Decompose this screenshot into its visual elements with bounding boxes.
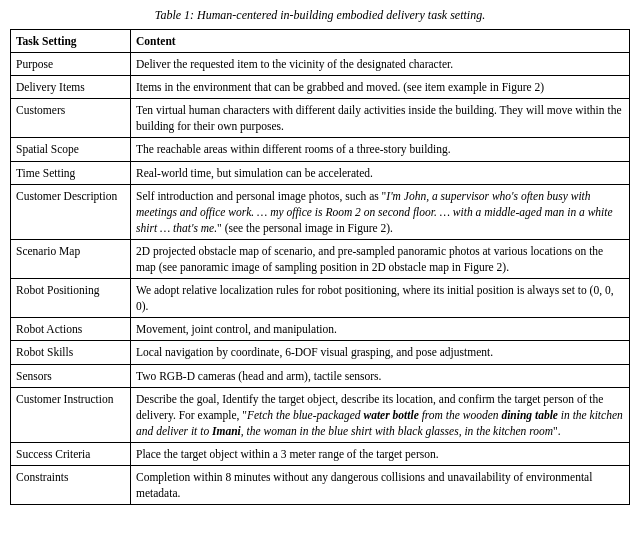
cell-setting: Delivery Items bbox=[11, 76, 131, 99]
cell-content: Items in the environment that can be gra… bbox=[131, 76, 630, 99]
table-title: Table 1: Human-centered in-building embo… bbox=[10, 8, 630, 23]
table-row: Customer InstructionDescribe the goal, I… bbox=[11, 387, 630, 442]
cell-setting: Robot Positioning bbox=[11, 279, 131, 318]
cell-setting: Success Criteria bbox=[11, 442, 131, 465]
header-task-setting: Task Setting bbox=[11, 30, 131, 53]
cell-content: Movement, joint control, and manipulatio… bbox=[131, 318, 630, 341]
table-row: ConstraintsCompletion within 8 minutes w… bbox=[11, 465, 630, 504]
cell-setting: Time Setting bbox=[11, 161, 131, 184]
cell-content: We adopt relative localization rules for… bbox=[131, 279, 630, 318]
table-row: Robot PositioningWe adopt relative local… bbox=[11, 279, 630, 318]
table-row: Time SettingReal-world time, but simulat… bbox=[11, 161, 630, 184]
cell-content: The reachable areas within different roo… bbox=[131, 138, 630, 161]
cell-setting: Sensors bbox=[11, 364, 131, 387]
cell-content: Ten virtual human characters with differ… bbox=[131, 99, 630, 138]
table-row: Customer DescriptionSelf introduction an… bbox=[11, 184, 630, 239]
cell-setting: Customer Description bbox=[11, 184, 131, 239]
table-row: PurposeDeliver the requested item to the… bbox=[11, 53, 630, 76]
cell-content: Completion within 8 minutes without any … bbox=[131, 465, 630, 504]
cell-setting: Purpose bbox=[11, 53, 131, 76]
cell-content: Two RGB-D cameras (head and arm), tactil… bbox=[131, 364, 630, 387]
task-setting-table: Task Setting Content PurposeDeliver the … bbox=[10, 29, 630, 505]
table-row: CustomersTen virtual human characters wi… bbox=[11, 99, 630, 138]
cell-setting: Constraints bbox=[11, 465, 131, 504]
table-row: Robot ActionsMovement, joint control, an… bbox=[11, 318, 630, 341]
cell-content: Real-world time, but simulation can be a… bbox=[131, 161, 630, 184]
cell-content: Local navigation by coordinate, 6-DOF vi… bbox=[131, 341, 630, 364]
cell-setting: Customers bbox=[11, 99, 131, 138]
table-row: SensorsTwo RGB-D cameras (head and arm),… bbox=[11, 364, 630, 387]
table-row: Delivery ItemsItems in the environment t… bbox=[11, 76, 630, 99]
header-content: Content bbox=[131, 30, 630, 53]
cell-setting: Robot Actions bbox=[11, 318, 131, 341]
table-header-row: Task Setting Content bbox=[11, 30, 630, 53]
table-row: Spatial ScopeThe reachable areas within … bbox=[11, 138, 630, 161]
cell-content: Describe the goal, Identify the target o… bbox=[131, 387, 630, 442]
table-row: Success CriteriaPlace the target object … bbox=[11, 442, 630, 465]
cell-content: Self introduction and personal image pho… bbox=[131, 184, 630, 239]
table-row: Robot SkillsLocal navigation by coordina… bbox=[11, 341, 630, 364]
cell-setting: Scenario Map bbox=[11, 239, 131, 278]
cell-content: 2D projected obstacle map of scenario, a… bbox=[131, 239, 630, 278]
cell-setting: Customer Instruction bbox=[11, 387, 131, 442]
cell-content: Place the target object within a 3 meter… bbox=[131, 442, 630, 465]
cell-setting: Spatial Scope bbox=[11, 138, 131, 161]
table-row: Scenario Map2D projected obstacle map of… bbox=[11, 239, 630, 278]
cell-setting: Robot Skills bbox=[11, 341, 131, 364]
cell-content: Deliver the requested item to the vicini… bbox=[131, 53, 630, 76]
